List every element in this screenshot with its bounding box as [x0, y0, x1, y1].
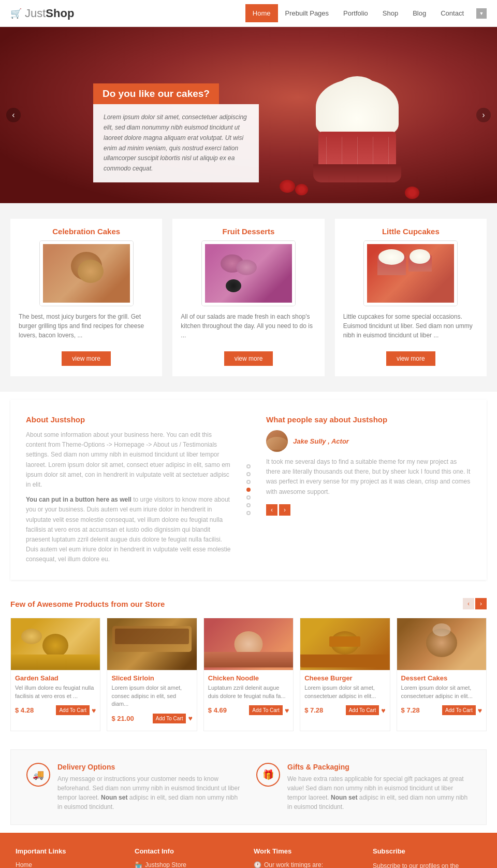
site-header: 🛒 JustShop Home Prebuilt Pages Portfolio… [0, 0, 497, 27]
product-name-0: Garden Salad [11, 670, 100, 684]
feature-btn-1[interactable]: view more [224, 351, 273, 366]
product-add-btn-2[interactable]: Add To Cart [249, 705, 283, 715]
about-right: What people say about Justshop Jake Sull… [266, 415, 471, 564]
about-divider [241, 415, 256, 564]
delivery-icon: 🚚 [26, 763, 50, 787]
product-price-2: $ 4.69 [208, 706, 227, 714]
hero-content: Do you like our cakes? Lorem ipsum dolor… [93, 83, 259, 182]
product-price-4: $ 7.28 [401, 706, 420, 714]
product-image-1 [107, 618, 196, 670]
store-icon: 🏪 [135, 861, 142, 868]
testimonial-name: Jake Sully , Actor [293, 437, 349, 445]
footer-subscribe-col: Subscribe Subscribe to our profiles on t… [373, 847, 481, 868]
product-card-4: Dessert Cakes Lorem ipsum dolor sit amet… [397, 618, 487, 731]
footer-contact-col: Contact Info 🏪 Justshop Store 📞 (555)-45… [135, 847, 243, 868]
products-section: Few of Awesome Products from our Store ‹… [0, 588, 497, 741]
feature-desc-0: The best, most juicy burgers for the gri… [10, 312, 162, 346]
product-card-3: Cheese Burger Lorem ipsum dolor sit amet… [300, 618, 390, 731]
nav-blog[interactable]: Blog [405, 4, 433, 22]
hero-text-box: Lorem ipsum dolor sit amet, consectetuer… [93, 104, 259, 182]
hero-title: Do you like our cakes? [93, 83, 219, 104]
footer-worktimes-col: Work Times 🕐 Our work timings are: 🕐 Mon… [254, 847, 362, 868]
delivery-section: 🚚 Delivery Options Any message or instru… [10, 749, 487, 825]
footer-links-col: Important Links Home Blog Privacy Policy… [16, 847, 124, 868]
product-price-0: $ 4.28 [15, 706, 34, 714]
product-desc-2: Luptatum zzril delenit augue duis dolore… [204, 684, 293, 703]
gifts-icon: 🎁 [256, 763, 280, 787]
nav-shop[interactable]: Shop [375, 4, 405, 22]
product-card-0: Garden Salad Vel illum dolore eu feugiat… [10, 618, 100, 731]
delivery-text: Any message or instructions your custome… [57, 774, 241, 812]
products-next-btn[interactable]: › [475, 598, 487, 609]
cart-icon: 🛒 [10, 8, 22, 19]
feature-card-2: Little Cupcakes Little cupcakes for some… [335, 219, 487, 376]
feature-desc-2: Little cupcakes for some special occasio… [335, 312, 487, 346]
header-corner-button[interactable]: ▼ [476, 8, 487, 19]
about-left: About Justshop About some information ab… [26, 415, 231, 564]
products-title: Few of Awesome Products from our Store [10, 600, 165, 608]
product-heart-0[interactable]: ♥ [92, 706, 96, 715]
feature-image-0 [40, 241, 133, 306]
product-image-4 [397, 618, 486, 670]
footer-links-title: Important Links [16, 847, 124, 855]
product-card-2: Chicken Noodle Luptatum zzril delenit au… [203, 618, 294, 731]
product-heart-1[interactable]: ♥ [188, 714, 192, 722]
footer-store: Justshop Store [145, 861, 186, 868]
product-desc-1: Lorem ipsum dolor sit amet, consec adipi… [107, 684, 196, 711]
product-heart-3[interactable]: ♥ [381, 706, 385, 715]
feature-title-2: Little Cupcakes [335, 219, 487, 241]
hero-right-arrow[interactable]: › [476, 108, 491, 122]
product-add-btn-3[interactable]: Add To Cart [346, 705, 379, 715]
product-price-1: $ 21.00 [111, 715, 134, 722]
feature-desc-1: All of our salads are made fresh in each… [172, 312, 324, 346]
logo-text: JustShop [25, 7, 74, 20]
product-desc-3: Lorem ipsum dolor sit amet, consectetuer… [300, 684, 389, 703]
about-text-2: You can put in a button here as well to … [26, 495, 231, 564]
footer-top: Important Links Home Blog Privacy Policy… [0, 833, 497, 868]
footer-subscribe-title: Subscribe [373, 847, 481, 855]
footer-worktimes-title: Work Times [254, 847, 362, 855]
product-name-4: Dessert Cakes [397, 670, 486, 684]
testimonial-avatar [266, 430, 288, 452]
feature-btn-2[interactable]: view more [386, 351, 435, 366]
clock-icon: 🕐 [254, 861, 261, 868]
product-heart-4[interactable]: ♥ [478, 706, 482, 715]
site-logo: 🛒 JustShop [10, 7, 74, 20]
about-title: About Justshop [26, 415, 231, 424]
feature-image-1 [202, 241, 295, 306]
testimonial-prev-btn[interactable]: ‹ [266, 504, 277, 516]
feature-btn-0[interactable]: view more [62, 351, 111, 366]
product-name-1: Sliced Sirloin [107, 670, 196, 684]
footer-worktimes-header: Our work timings are: [264, 861, 323, 868]
product-add-btn-1[interactable]: Add To Cart [153, 714, 186, 723]
product-image-3 [300, 618, 389, 670]
footer-link-0[interactable]: Home [16, 861, 124, 868]
product-name-3: Cheese Burger [300, 670, 389, 684]
products-prev-btn[interactable]: ‹ [463, 598, 474, 609]
main-nav: Home Prebuilt Pages Portfolio Shop Blog … [245, 4, 471, 22]
nav-contact[interactable]: Contact [433, 4, 471, 22]
delivery-item: 🚚 Delivery Options Any message or instru… [26, 763, 241, 812]
about-text-1: About some information about your busine… [26, 430, 231, 490]
gifts-text: We have extra rates applicable for speci… [287, 774, 471, 812]
testimonial-next-btn[interactable]: › [279, 504, 290, 516]
about-section: About Justshop About some information ab… [10, 400, 487, 580]
product-add-btn-0[interactable]: Add To Cart [56, 705, 90, 715]
product-image-0 [11, 618, 100, 670]
footer-contact-title: Contact Info [135, 847, 243, 855]
feature-title-1: Fruit Desserts [172, 219, 324, 241]
delivery-title: Delivery Options [57, 763, 241, 771]
hero-left-arrow[interactable]: ‹ [6, 108, 21, 122]
nav-home[interactable]: Home [245, 4, 278, 22]
product-image-2 [204, 618, 293, 670]
nav-prebuilt[interactable]: Prebuilt Pages [278, 4, 337, 22]
nav-portfolio[interactable]: Portfolio [336, 4, 375, 22]
testimonial-text: It took me several days to find a suitab… [266, 457, 471, 497]
product-add-btn-4[interactable]: Add To Cart [442, 705, 476, 715]
product-heart-2[interactable]: ♥ [285, 706, 289, 715]
products-header: Few of Awesome Products from our Store ‹… [10, 598, 487, 609]
feature-card-1: Fruit Desserts All of our salads are mad… [172, 219, 324, 376]
feature-card-0: Celebration Cakes The best, most juicy b… [10, 219, 162, 376]
product-desc-0: Vel illum dolore eu feugiat nulla facili… [11, 684, 100, 703]
product-card-1: Sliced Sirloin Lorem ipsum dolor sit ame… [107, 618, 197, 731]
